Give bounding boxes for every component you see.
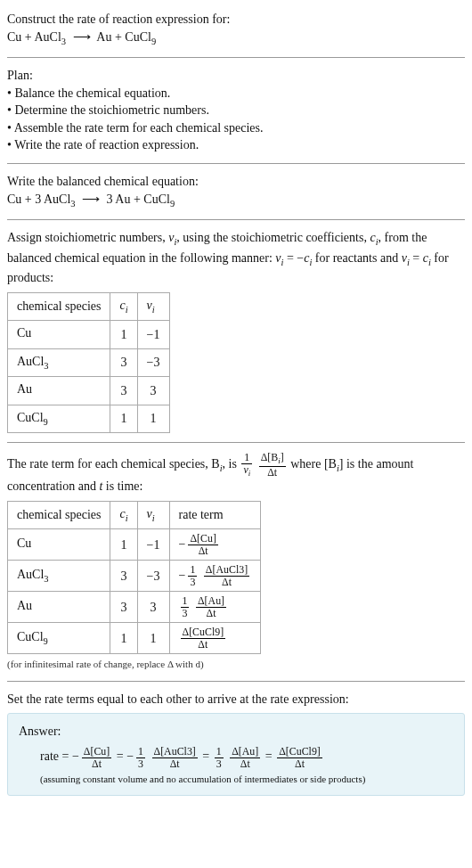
table-row: Cu 1 −1 [8, 321, 170, 348]
text: , using the stoichiometric coefficients, [176, 231, 370, 244]
cell-nui: −3 [137, 561, 169, 592]
divider [7, 442, 465, 443]
table-row: AuCl3 3 −3 −13 Δ[AuCl3]Δt [8, 561, 261, 592]
table-row: Au 3 3 13 Δ[Au]Δt [8, 592, 261, 623]
divider [7, 681, 465, 682]
species-au: Au [115, 192, 130, 206]
text: The rate term for each chemical species,… [7, 457, 220, 471]
cell-ci: 1 [110, 623, 137, 654]
sub-9: 9 [151, 36, 156, 45]
cell-ci: 3 [110, 377, 137, 405]
cell-nui: −3 [137, 348, 169, 376]
cell-rate: Δ[CuCl9]Δt [169, 623, 261, 654]
coef: 3 [107, 192, 113, 206]
prompt: Construct the rate of reaction expressio… [7, 5, 465, 53]
frac-one-over-nu: 1 νi [240, 452, 254, 478]
divider [7, 163, 465, 164]
text: for reactants and [312, 251, 401, 265]
stoich-table: chemical species ci νi Cu 1 −1 AuCl3 3 −… [7, 292, 170, 433]
final-heading: Set the rate terms equal to each other t… [7, 691, 465, 708]
col-rate: rate term [169, 501, 261, 528]
table-header-row: chemical species ci νi rate term [8, 501, 261, 528]
assumption-note: (assuming constant volume and no accumul… [19, 773, 453, 786]
unbalanced-equation: Cu + AuCl3 ⟶ Au + CuCl9 [7, 29, 465, 48]
eq: = [199, 749, 213, 763]
plan-list: Balance the chemical equation. Determine… [7, 85, 465, 154]
rate-word: rate [40, 749, 59, 763]
term-au: Δ[Au]Δt [228, 746, 262, 769]
table-row: CuCl9 1 1 [8, 405, 170, 432]
cell-ci: 1 [110, 405, 137, 432]
prompt-line1: Construct the rate of reaction expressio… [7, 11, 465, 29]
sub-9: 9 [170, 198, 175, 208]
neg: − [126, 749, 134, 763]
species-cu: Cu [7, 30, 21, 44]
term-cucl9: Δ[CuCl9]Δt [275, 746, 324, 769]
cell-ci: 1 [110, 529, 137, 561]
cell-ci: 3 [110, 348, 137, 376]
text: Assign stoichiometric numbers, [7, 231, 168, 244]
cell-rate: 13 Δ[Au]Δt [169, 592, 261, 623]
eq: = [113, 749, 126, 763]
rate-table: chemical species ci νi rate term Cu 1 −1… [7, 501, 261, 654]
col-species: chemical species [8, 501, 110, 528]
cell-nui: −1 [137, 529, 169, 561]
cell-rate: −13 Δ[AuCl3]Δt [169, 561, 261, 592]
col-ci: ci [110, 501, 137, 528]
plan-heading: Plan: [7, 67, 465, 85]
table-row: Au 3 3 [8, 377, 170, 405]
text: , is [223, 457, 240, 471]
eq: = [59, 749, 72, 763]
cell-species: CuCl9 [8, 405, 110, 432]
answer-label: Answer: [19, 723, 453, 741]
cell-nui: 3 [137, 592, 169, 623]
arrow-icon: ⟶ [78, 192, 103, 206]
balanced-heading: Write the balanced chemical equation: [7, 173, 465, 191]
coef: 3 [35, 192, 41, 206]
coef-third: 13 [134, 746, 147, 769]
cell-ci: 3 [110, 592, 137, 623]
col-nui: νi [137, 292, 169, 320]
species-aucl: AuCl [34, 30, 61, 44]
plan-item: Assemble the rate term for each chemical… [7, 119, 465, 137]
species-cu: Cu [7, 192, 21, 206]
coef-third: 13 [213, 746, 225, 769]
table-header-row: chemical species ci νi [8, 292, 170, 320]
cell-ci: 1 [110, 321, 137, 348]
balanced-equation: Cu + 3 AuCl3 ⟶ 3 Au + CuCl9 [7, 191, 465, 210]
cell-species: Au [8, 592, 110, 623]
cell-ci: 3 [110, 561, 137, 592]
cell-rate: −Δ[Cu]Δt [169, 529, 261, 561]
term-cu: Δ[Cu]Δt [80, 746, 113, 769]
plan-item: Write the rate of reaction expression. [7, 136, 465, 154]
cell-species: AuCl3 [8, 561, 110, 592]
balanced: Write the balanced chemical equation: Cu… [7, 168, 465, 216]
cell-species: Cu [8, 529, 110, 561]
rateterm: The rate term for each chemical species,… [7, 446, 465, 677]
cell-nui: 1 [137, 623, 169, 654]
plan: Plan: Balance the chemical equation. Det… [7, 61, 465, 160]
cell-species: AuCl3 [8, 348, 110, 376]
final: Set the rate terms equal to each other t… [7, 685, 465, 802]
term-aucl3: Δ[AuCl3]Δt [151, 746, 199, 769]
species-aucl: AuCl [44, 192, 70, 206]
arrow-icon: ⟶ [69, 30, 94, 44]
col-nui: νi [137, 501, 169, 528]
cell-species: Cu [8, 321, 110, 348]
plan-item: Balance the chemical equation. [7, 85, 465, 102]
species-cucl: CuCl [125, 30, 151, 44]
assign: Assign stoichiometric numbers, νi, using… [7, 224, 465, 438]
sub-3: 3 [70, 198, 75, 208]
cell-nui: −1 [137, 321, 169, 348]
col-species: chemical species [8, 292, 110, 320]
species-cucl: CuCl [143, 192, 170, 206]
species-au: Au [96, 30, 111, 44]
cell-nui: 1 [137, 405, 169, 432]
cell-species: Au [8, 377, 110, 405]
plan-item: Determine the stoichiometric numbers. [7, 102, 465, 119]
rate-expression: rate = −Δ[Cu]Δt = −13 Δ[AuCl3]Δt = 13 Δ[… [19, 746, 453, 769]
table-row: AuCl3 3 −3 [8, 348, 170, 376]
cell-species: CuCl9 [8, 623, 110, 654]
cell-nui: 3 [137, 377, 169, 405]
sub-3: 3 [61, 36, 66, 45]
